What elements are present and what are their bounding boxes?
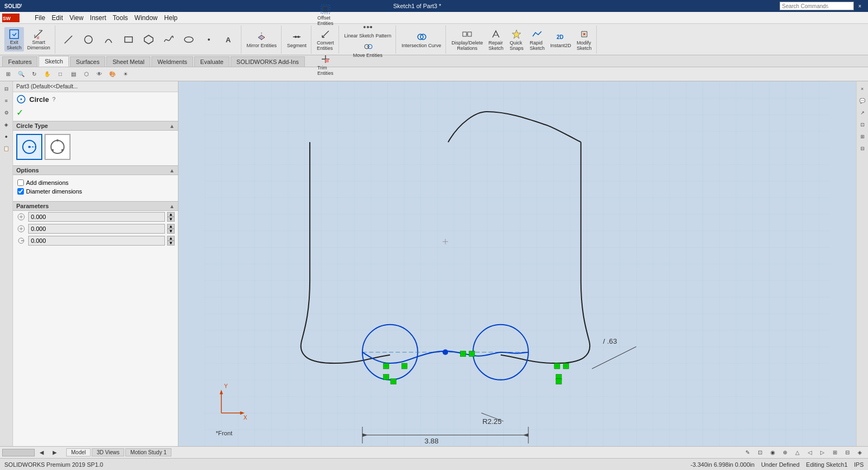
panel-help-icon[interactable]: ? [52, 96, 55, 102]
bottom-tool-10[interactable]: ◈ [854, 447, 866, 459]
perimeter-circle-button[interactable] [44, 134, 71, 160]
dim-expert-icon[interactable]: ◈ [1, 119, 12, 130]
circle-type-section-header[interactable]: Circle Type ▲ [13, 121, 178, 131]
x-coord-up[interactable]: ▲ [167, 212, 175, 217]
appearances-icon[interactable]: ● [1, 131, 12, 142]
x-coord-input[interactable] [28, 212, 165, 222]
zoom-to-fit-icon[interactable]: ⊞ [2, 68, 14, 80]
bottom-tool-2[interactable]: ⊡ [754, 447, 766, 459]
bottom-tool-7[interactable]: ▷ [816, 447, 828, 459]
tab-features[interactable]: Features [2, 56, 37, 67]
spline-button[interactable] [159, 33, 178, 47]
y-coord-input[interactable] [28, 224, 165, 234]
segment-button[interactable]: Segment [285, 30, 309, 49]
tab-solidworks-addins[interactable]: SOLIDWORKS Add-Ins [231, 56, 305, 67]
hide-show-icon[interactable]: 👁 [93, 68, 105, 80]
configuration-manager-icon[interactable]: ⚙ [1, 107, 12, 118]
linear-sketch-pattern-button[interactable]: Linear Sketch Pattern [342, 20, 394, 40]
scroll-bar-left[interactable] [2, 449, 35, 456]
bottom-tool-9[interactable]: ⊟ [841, 447, 853, 459]
tab-sketch[interactable]: Sketch [39, 56, 69, 67]
expand-icon[interactable]: ↗ [857, 107, 868, 118]
menu-window[interactable]: Window [131, 13, 161, 23]
window-controls[interactable]: ? − □ × [813, 2, 864, 10]
intersection-curve-button[interactable]: Intersection Curve [399, 30, 443, 49]
bottom-tool-3[interactable]: ◉ [767, 447, 778, 459]
bottom-tool-8[interactable]: ⊞ [829, 447, 841, 459]
mirror-entities-button[interactable]: Mirror Entities [245, 30, 279, 49]
convert-entities-button[interactable]: ConvertEntities [315, 27, 336, 52]
rapid-sketch-button[interactable]: RapidSketch [527, 27, 547, 52]
help-button[interactable]: ? [824, 2, 831, 10]
menu-insert[interactable]: Insert [87, 13, 110, 23]
x-coord-spinner[interactable]: ▲ ▼ [167, 212, 175, 222]
tab-sheet-metal[interactable]: Sheet Metal [106, 56, 150, 67]
custom-props-icon[interactable]: 📋 [1, 143, 12, 154]
modify-sketch-button[interactable]: ModifySketch [575, 27, 594, 52]
arc-button[interactable] [99, 33, 118, 47]
ellipse-button[interactable] [179, 33, 199, 47]
x-coord-down[interactable]: ▼ [167, 217, 175, 222]
minimize-button[interactable]: − [834, 2, 842, 10]
3d-views-tab[interactable]: 3D Views [92, 448, 124, 456]
tab-evaluate[interactable]: Evaluate [194, 56, 229, 67]
diameter-dimensions-checkbox[interactable] [17, 188, 24, 195]
model-tab[interactable]: Model [66, 448, 91, 456]
appearance-icon[interactable]: 🎨 [106, 68, 118, 80]
trim-entities-button[interactable]: TrimEntities [315, 52, 336, 77]
motion-study-tab[interactable]: Motion Study 1 [125, 448, 171, 456]
rectangle-button[interactable] [119, 33, 138, 47]
bottom-tool-6[interactable]: ◁ [804, 447, 816, 459]
menu-tools[interactable]: Tools [110, 13, 131, 23]
exit-sketch-button[interactable]: ExitSketch [4, 27, 24, 52]
smart-dimension-button[interactable]: d SmartDimension [25, 27, 53, 52]
hide-show-panel-icon[interactable]: × [857, 83, 868, 94]
view-orientation-icon[interactable]: ⬡ [80, 68, 92, 80]
radius-up[interactable]: ▲ [167, 236, 175, 241]
line-button[interactable] [59, 33, 78, 47]
menu-view[interactable]: View [66, 13, 87, 23]
rotate-view-icon[interactable]: ↻ [28, 68, 40, 80]
bottom-tool-5[interactable]: △ [792, 447, 803, 459]
move-entities-button[interactable]: Move Entities [351, 40, 385, 59]
property-manager-icon[interactable]: ≡ [1, 95, 12, 106]
maximize-button[interactable]: □ [845, 2, 853, 10]
feature-manager-icon[interactable]: ⊟ [1, 83, 12, 94]
display-delete-relations-button[interactable]: Display/DeleteRelations [449, 27, 485, 52]
instant2d-button[interactable]: 2D Instant2D [548, 30, 573, 49]
text-button[interactable]: A [219, 33, 239, 47]
add-dimensions-checkbox[interactable] [17, 179, 24, 186]
view-icon-3[interactable]: ⊟ [857, 143, 868, 154]
scroll-left-icon[interactable]: ◀ [36, 447, 48, 459]
menu-file[interactable]: File [31, 13, 48, 23]
scene-icon[interactable]: ☀ [119, 68, 131, 80]
view-icon-2[interactable]: ⊞ [857, 131, 868, 142]
feedback-icon[interactable]: 💬 [857, 95, 868, 106]
radius-input[interactable] [28, 236, 165, 246]
options-section-header[interactable]: Options ▲ [13, 165, 178, 175]
polygon-button[interactable] [139, 33, 158, 47]
sketch-canvas[interactable]: / .63 R2.25 3.88 Y X *Front [178, 81, 856, 446]
scroll-right-icon[interactable]: ▶ [49, 447, 61, 459]
radius-spinner[interactable]: ▲ ▼ [167, 236, 175, 246]
y-coord-spinner[interactable]: ▲ ▼ [167, 224, 175, 234]
search-box[interactable] [813, 2, 820, 10]
pan-icon[interactable]: ✋ [41, 68, 53, 80]
tab-weldments[interactable]: Weldments [151, 56, 193, 67]
circle-button[interactable] [79, 33, 98, 47]
point-button[interactable] [199, 33, 219, 47]
center-circle-button[interactable] [16, 134, 42, 160]
y-coord-up[interactable]: ▲ [167, 224, 175, 229]
menu-help[interactable]: Help [161, 13, 181, 23]
view-icon-1[interactable]: ⊡ [857, 119, 868, 130]
display-style-icon[interactable]: □ [54, 68, 66, 80]
zoom-in-icon[interactable]: 🔍 [15, 68, 27, 80]
search-input[interactable] [780, 2, 854, 10]
tab-surfaces[interactable]: Surfaces [70, 56, 105, 67]
y-coord-down[interactable]: ▼ [167, 229, 175, 234]
radius-down[interactable]: ▼ [167, 241, 175, 246]
repair-sketch-button[interactable]: RepairSketch [486, 27, 506, 52]
section-view-icon[interactable]: ▤ [67, 68, 79, 80]
accept-button[interactable]: ✓ [13, 106, 178, 119]
quick-snaps-button[interactable]: QuickSnaps [507, 27, 526, 52]
